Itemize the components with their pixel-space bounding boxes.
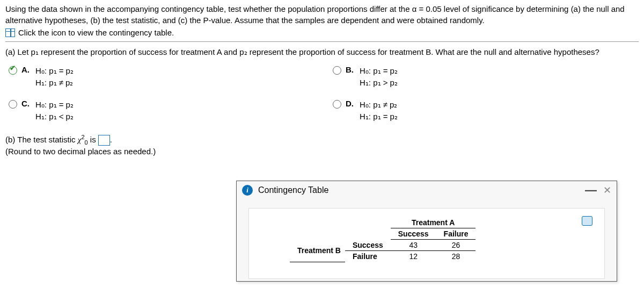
option-a-hypotheses: H₀: p₁ = p₂ H₁: p₁ ≠ p₂ — [35, 65, 74, 89]
option-d-hypotheses: H₀: p₁ ≠ p₂ H₁: p₁ = p₂ — [360, 99, 398, 123]
radio-b[interactable] — [333, 66, 341, 75]
option-d[interactable]: D. H₀: p₁ ≠ p₂ H₁: p₁ = p₂ — [333, 99, 635, 123]
option-label-b: B. — [346, 65, 355, 74]
option-label-a: A. — [21, 65, 31, 74]
option-label-c: C. — [21, 99, 31, 108]
table-icon[interactable] — [5, 28, 15, 37]
part-b-prefix: (b) The test statistic — [5, 135, 78, 144]
option-label-d: D. — [346, 99, 355, 108]
option-c-hypotheses: H₀: p₁ = p₂ H₁: p₁ < p₂ — [35, 99, 74, 123]
option-a[interactable]: A. H₀: p₁ = p₂ H₁: p₁ ≠ p₂ — [9, 65, 311, 89]
radio-c[interactable] — [9, 100, 17, 109]
chi-sub: 0 — [85, 139, 88, 146]
part-b: (b) The test statistic χ20 is . (Round t… — [5, 134, 639, 158]
option-b-hypotheses: H₀: p₁ = p₂ H₁: p₁ > p₂ — [360, 65, 398, 89]
icon-instruction-text: Click the icon to view the contingency t… — [18, 28, 174, 37]
test-statistic-input[interactable] — [98, 135, 110, 146]
period: . — [110, 135, 112, 144]
is-text: is — [90, 135, 98, 144]
options-grid: A. H₀: p₁ = p₂ H₁: p₁ ≠ p₂ B. H₀: p₁ = p… — [5, 65, 639, 123]
option-c[interactable]: C. H₀: p₁ = p₂ H₁: p₁ < p₂ — [9, 99, 311, 123]
round-note: (Round to two decimal places as needed.) — [5, 146, 639, 158]
option-b[interactable]: B. H₀: p₁ = p₂ H₁: p₁ > p₂ — [333, 65, 635, 89]
part-a-prompt: (a) Let p₁ represent the proportion of s… — [5, 46, 639, 59]
problem-statement: Using the data shown in the accompanying… — [5, 3, 639, 26]
radio-a[interactable] — [9, 66, 17, 75]
radio-d[interactable] — [333, 100, 341, 109]
divider — [5, 41, 639, 42]
